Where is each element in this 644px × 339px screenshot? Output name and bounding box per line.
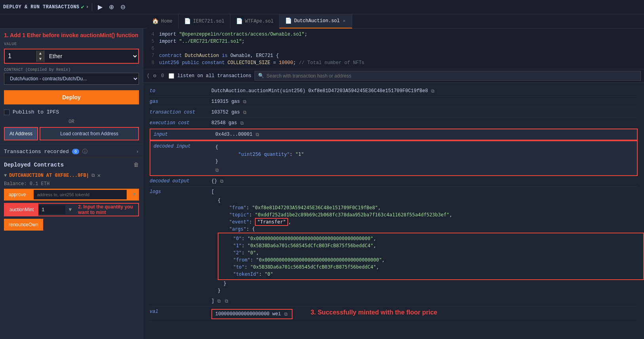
trash-icon[interactable]: 🗑 <box>133 162 139 168</box>
approve-chevron[interactable]: ▼ <box>130 192 139 197</box>
tx-to-row: to DutchAuction.auctionMint(uint256) 0xf… <box>150 86 638 97</box>
exec-cost-text: 82548 gas <box>211 120 237 126</box>
val-highlight-box: 1000000000000000000 wei ⧉ <box>211 309 293 319</box>
balance-display: Balance: 0.1 ETH <box>0 180 143 187</box>
tx-title: Transactions recorded <box>4 149 69 155</box>
arrow-icon[interactable]: › <box>86 4 89 10</box>
at-address-row: At Address Load contract from Address <box>0 127 143 144</box>
copy-address-icon[interactable]: ⧉ <box>91 173 95 178</box>
logs-label: logs <box>150 189 205 195</box>
decoded-output-text: {} <box>211 178 217 184</box>
file-icon3: 📄 <box>285 17 292 24</box>
search-input[interactable] <box>266 73 637 79</box>
auction-mint-input[interactable] <box>40 205 64 214</box>
tx-badge: 6 <box>72 149 80 154</box>
play-button[interactable]: ▶ <box>95 2 105 11</box>
logs-actions: ] ⧉ ⧉ <box>211 298 229 304</box>
tx-cost-label: transaction cost <box>150 110 205 115</box>
gas-value: 119315 gas ⧉ <box>211 99 638 104</box>
content-area: 4 import "@openzeppelin/contracts/access… <box>143 28 644 339</box>
renounce-row: renounceOwn <box>4 219 139 231</box>
tab-wtfape-label: WTFApe.sol <box>245 19 274 24</box>
load-contract-button[interactable]: Load contract from Address <box>40 127 139 140</box>
collapse-icon[interactable]: ⟨ <box>146 72 150 79</box>
search-icon: 🔍 <box>258 73 264 79</box>
logs-copy-2[interactable]: ⧉ <box>224 298 229 304</box>
input-value: 0x4d3...00001 ⧉ <box>215 132 634 137</box>
exec-cost-copy-button[interactable]: ⧉ <box>239 120 245 126</box>
close-tab-icon[interactable]: ✕ <box>342 17 346 24</box>
code-preview: 4 import "@openzeppelin/contracts/access… <box>143 28 644 69</box>
info-icon[interactable]: ⓘ <box>82 148 87 155</box>
logs-row: logs [ { "from": "0xf8e81D47203A594245E3… <box>150 187 638 307</box>
logs-value: [ { "from": "0xf8e81D47203A594245E36C48e… <box>211 189 638 304</box>
tx-expand-icon[interactable]: › <box>136 149 139 155</box>
value-input[interactable] <box>5 49 36 63</box>
tab-ierc721[interactable]: 📄 IERC721.sol <box>179 14 230 28</box>
approve-button[interactable]: approve <box>4 189 30 201</box>
tab-home[interactable]: 🏠 Home <box>146 14 179 28</box>
exec-cost-row: execution cost 82548 gas ⧉ <box>150 118 638 129</box>
contract-select-row: DutchAuction - contracts/Dutch/Du... <box>0 73 143 87</box>
input-label: input <box>154 132 209 137</box>
auction-mint-row: auctionMint ▼ 2. Input the quantity you … <box>4 203 139 216</box>
decoded-output-copy[interactable]: ⧉ <box>219 178 224 184</box>
value-label: VALUE <box>0 40 143 47</box>
decoded-input-copy[interactable]: ⧉ <box>215 167 219 173</box>
to-label: to <box>150 88 205 94</box>
decoded-output-row: decoded output {} ⧉ <box>150 176 638 187</box>
tx-counter: 0 <box>160 73 165 79</box>
zoom-in-button[interactable]: ⊕ <box>106 2 116 11</box>
tx-cost-copy-button[interactable]: ⧉ <box>242 110 247 115</box>
val-value: 1000000000000000000 wei ⧉ 3. Successfull… <box>211 309 638 319</box>
contract-instance: ▼ DUTCHAUCTION AT 0XF8E...9FB| ⧉ ✕ <box>0 170 143 180</box>
input-copy-button[interactable]: ⧉ <box>255 132 260 137</box>
value-spinner-down[interactable]: ▼ <box>37 56 44 62</box>
to-value-text: DutchAuction.auctionMint(uint256) 0xf8e8… <box>211 88 428 94</box>
decoded-input-json: { "uint256 quantity": "1" } <box>215 144 304 165</box>
decoded-output-label: decoded output <box>150 178 205 184</box>
or-divider: OR <box>0 117 143 127</box>
args-json: "0": "0x00000000000000000000000000000000… <box>222 235 640 278</box>
input-value-text: 0x4d3...00001 <box>215 132 253 137</box>
gas-copy-button[interactable]: ⧉ <box>242 99 247 104</box>
contract-label: CONTRACT (Compiled by Remix) <box>0 65 143 73</box>
val-copy-button[interactable]: ⧉ <box>283 311 289 317</box>
annotation-1: 1. Add 1 Ether before invoke auctionMint… <box>0 28 143 40</box>
main-layout: 1. Add 1 Ether before invoke auctionMint… <box>0 28 644 339</box>
top-bar: DEPLOY & RUN TRANSACTIONS ✔ › ▶ ⊕ ⊖ <box>0 0 644 14</box>
transactions-row: Transactions recorded 6 ⓘ › <box>0 144 143 157</box>
tab-dutchauction[interactable]: 📄 DutchAuction.sol ✕ <box>279 14 352 28</box>
renounce-button[interactable]: renounceOwn <box>4 219 43 231</box>
unit-select[interactable]: Wei Gwei Finney Ether <box>44 50 138 62</box>
auction-mint-chevron[interactable]: ▼ <box>65 207 75 213</box>
approve-button-row: approve ▼ <box>4 189 139 201</box>
top-bar-title: DEPLOY & RUN TRANSACTIONS <box>3 4 80 10</box>
remove-contract-icon[interactable]: ✕ <box>97 172 101 179</box>
decoded-input-label: decoded input <box>154 144 209 149</box>
tx-cost-text: 103752 gas <box>211 110 240 115</box>
listen-label: listen on all transactions <box>177 73 251 79</box>
exec-cost-value: 82548 gas ⧉ <box>211 120 638 126</box>
contract-select[interactable]: DutchAuction - contracts/Dutch/Du... <box>4 73 139 85</box>
at-address-button[interactable]: At Address <box>4 127 38 140</box>
deploy-button[interactable]: Deploy <box>4 90 139 104</box>
zoom-out-button[interactable]: ⊖ <box>118 2 128 11</box>
annotation-2: 2. Input the quantity you want to mint <box>75 204 138 215</box>
auction-mint-button[interactable]: auctionMint <box>5 204 38 216</box>
to-copy-button[interactable]: ⧉ <box>430 88 435 94</box>
gas-value-text: 119315 gas <box>211 99 240 104</box>
expand-icon[interactable]: ▼ <box>4 173 7 178</box>
decoded-output-value: {} ⧉ <box>211 178 638 184</box>
search-box: 🔍 <box>255 71 641 81</box>
transaction-log: to DutchAuction.auctionMint(uint256) 0xf… <box>143 83 644 339</box>
approve-input[interactable] <box>34 190 126 199</box>
publish-checkbox[interactable] <box>4 110 9 115</box>
listen-checkbox[interactable] <box>169 73 174 79</box>
logs-copy-1[interactable]: ⧉ <box>217 298 222 304</box>
tab-ierc721-label: IERC721.sol <box>193 19 224 24</box>
tab-wtfape[interactable]: 📄 WTFApe.sol <box>230 14 279 28</box>
gas-label: gas <box>150 99 205 104</box>
block-icon[interactable]: ⊖ <box>153 72 156 79</box>
value-spinner-up[interactable]: ▲ <box>37 51 44 56</box>
